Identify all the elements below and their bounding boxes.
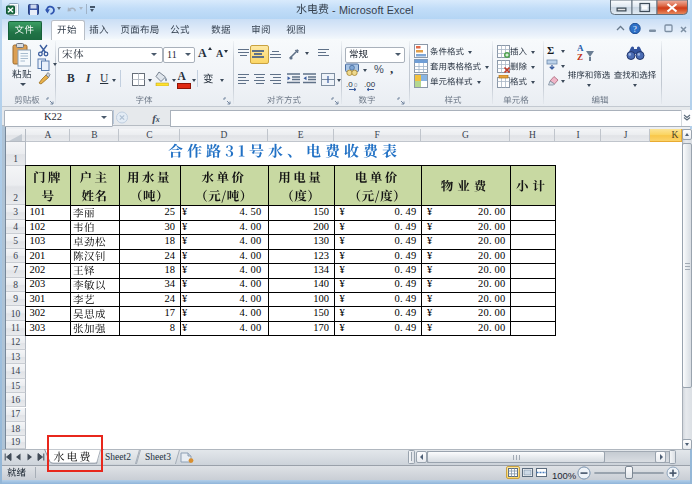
svg-text:.00: .00 <box>364 80 376 89</box>
svg-text:?: ? <box>633 24 637 34</box>
svg-text:0: 0 <box>354 82 358 88</box>
svg-text:Z: Z <box>577 52 583 62</box>
svg-text:fx: fx <box>152 112 160 124</box>
svg-text:.0: .0 <box>346 80 353 89</box>
